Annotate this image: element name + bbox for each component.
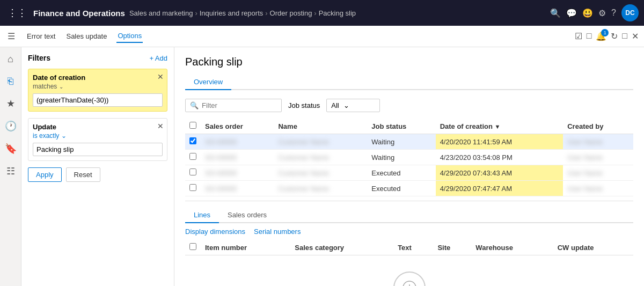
nav-error-text[interactable]: Error text xyxy=(26,30,56,42)
breadcrumb-sep-1: › xyxy=(195,9,197,17)
scroll-divider xyxy=(185,201,633,201)
breadcrumb-item-4[interactable]: Packing slip xyxy=(319,9,356,17)
update-filter-input[interactable] xyxy=(33,143,163,156)
top-nav-icons: 🔍 💬 😃 ⚙ ? DC xyxy=(550,4,639,21)
date-creation-cell: 4/23/2020 03:54:08 PM xyxy=(436,150,564,165)
name-cell: Customer Name xyxy=(278,153,329,162)
job-status-cell: Waiting xyxy=(367,134,435,150)
row-checkbox[interactable] xyxy=(189,168,196,175)
close-update-filter-button[interactable]: ✕ xyxy=(157,122,164,130)
display-dimensions-link[interactable]: Display dimensions xyxy=(185,228,245,236)
col-check xyxy=(185,119,201,134)
table-header: Sales order Name Job status Date of crea… xyxy=(185,119,633,134)
filter-actions: Apply Reset xyxy=(28,167,167,182)
chat-icon[interactable]: 💬 xyxy=(566,8,577,18)
breadcrumb-item-2[interactable]: Inquiries and reports xyxy=(200,9,264,17)
created-by-cell: User Name xyxy=(567,153,603,162)
grid-icon[interactable]: ⋮⋮ xyxy=(5,5,29,21)
serial-numbers-link[interactable]: Serial numbers xyxy=(254,228,301,236)
filters-title: Filters xyxy=(28,54,50,62)
sales-order-cell: SO-00000 xyxy=(205,153,237,162)
apply-button[interactable]: Apply xyxy=(28,167,62,182)
main-tabs: Overview xyxy=(185,75,633,90)
filter-icon[interactable]: ⎗ xyxy=(5,74,16,89)
table-row[interactable]: SO-00000Customer NameWaiting4/20/2020 11… xyxy=(185,134,633,150)
select-all-checkbox[interactable] xyxy=(189,122,196,129)
table-row[interactable]: SO-00000Customer NameExecuted4/29/2020 0… xyxy=(185,181,633,196)
smiley-icon[interactable]: 😃 xyxy=(582,8,593,18)
bottom-select-all[interactable] xyxy=(189,243,196,250)
table-row[interactable]: SO-00000Customer NameWaiting4/23/2020 03… xyxy=(185,150,633,165)
app-title: Finance and Operations xyxy=(33,9,125,18)
date-creation-cell: 4/20/2020 11:41:59 AM xyxy=(436,134,564,150)
sort-icon[interactable]: ▼ xyxy=(495,123,501,130)
breadcrumb-item-1[interactable]: Sales and marketing xyxy=(129,9,193,17)
help-icon[interactable]: ? xyxy=(611,8,616,18)
job-status-dropdown[interactable]: All ⌄ xyxy=(326,99,380,112)
row-checkbox[interactable] xyxy=(189,184,196,191)
created-by-cell: User Name xyxy=(567,169,603,177)
breadcrumb-item-3[interactable]: Order posting xyxy=(270,9,312,17)
hamburger-icon[interactable]: ☰ xyxy=(5,29,17,43)
second-nav-icons: ☑ □ 🔔 1 ↻ □ ✕ xyxy=(575,31,639,41)
content-area: Packing slip Overview 🔍 Job status All ⌄… xyxy=(174,47,644,286)
row-checkbox[interactable] xyxy=(189,137,196,144)
filters-panel: Filters + Add ✕ Date of creation matches… xyxy=(21,47,174,286)
tab-sales-orders[interactable]: Sales orders xyxy=(219,208,275,222)
bottom-header-row: Item number Sales category Text Site War… xyxy=(185,240,633,255)
col-date-creation: Date of creation ▼ xyxy=(436,119,564,134)
breadcrumb-sep-3: › xyxy=(314,9,316,17)
avatar[interactable]: DC xyxy=(621,4,639,21)
second-nav: ☰ Error text Sales update Options ☑ □ 🔔 … xyxy=(0,26,644,47)
reset-button[interactable]: Reset xyxy=(66,167,100,182)
row-checkbox[interactable] xyxy=(189,153,196,160)
close-icon[interactable]: ✕ xyxy=(632,31,639,41)
breadcrumb-sep-2: › xyxy=(265,9,267,17)
created-by-cell: User Name xyxy=(567,138,603,146)
close-date-filter-button[interactable]: ✕ xyxy=(157,72,164,81)
bottom-table-header: Item number Sales category Text Site War… xyxy=(185,240,633,255)
recent-icon[interactable]: 🕐 xyxy=(3,118,19,134)
update-filter-sub[interactable]: is exactly ⌄ xyxy=(33,132,163,140)
bottom-col-cw-update: CW update xyxy=(553,240,633,255)
date-filter-label: Date of creation xyxy=(33,74,163,82)
bottom-col-sales-category: Sales category xyxy=(290,240,393,255)
empty-state-icon xyxy=(393,272,426,286)
date-filter-input[interactable] xyxy=(33,93,163,107)
sales-order-cell: SO-00000 xyxy=(205,169,237,177)
data-table: Sales order Name Job status Date of crea… xyxy=(185,119,633,196)
col-job-status: Job status xyxy=(367,119,435,134)
refresh-icon[interactable]: ↻ xyxy=(611,31,618,41)
tab-overview[interactable]: Overview xyxy=(185,75,231,90)
bottom-col-item-number: Item number xyxy=(201,240,290,255)
workspaces-icon[interactable]: ☷ xyxy=(4,163,17,179)
nav-options[interactable]: Options xyxy=(116,30,143,43)
search-icon-small: 🔍 xyxy=(190,101,199,109)
home-icon[interactable]: ⌂ xyxy=(5,52,16,67)
personalize-icon[interactable]: ☑ xyxy=(575,31,582,41)
nav-sales-update[interactable]: Sales update xyxy=(65,30,108,42)
add-filter-button[interactable]: + Add xyxy=(149,54,167,62)
saved-views-icon[interactable]: 🔖 xyxy=(3,141,19,157)
bottom-tabs: Lines Sales orders xyxy=(185,208,633,223)
filter-search-input[interactable] xyxy=(202,101,277,109)
table-row[interactable]: SO-00000Customer NameExecuted4/29/2020 0… xyxy=(185,165,633,181)
job-status-cell: Executed xyxy=(367,165,435,181)
name-cell: Customer Name xyxy=(278,138,329,146)
favorites-icon[interactable]: ★ xyxy=(4,96,17,112)
job-status-cell: Executed xyxy=(367,181,435,196)
date-filter-sub[interactable]: matches ⌄ xyxy=(33,83,163,90)
search-icon[interactable]: 🔍 xyxy=(550,8,561,18)
name-cell: Customer Name xyxy=(278,169,329,177)
bottom-col-check xyxy=(185,240,201,255)
settings-icon[interactable]: ⚙ xyxy=(598,8,606,18)
bottom-col-warehouse: Warehouse xyxy=(471,240,553,255)
update-filter-label: Update xyxy=(33,123,163,131)
open-new-icon[interactable]: □ xyxy=(587,31,592,41)
date-creation-cell: 4/29/2020 07:47:47 AM xyxy=(436,181,564,196)
tab-lines[interactable]: Lines xyxy=(185,208,219,223)
notification-icon[interactable]: 🔔 1 xyxy=(596,31,606,41)
detach-icon[interactable]: □ xyxy=(622,31,627,41)
filter-search-box[interactable]: 🔍 xyxy=(185,99,282,112)
date-creation-cell: 4/29/2020 07:43:43 AM xyxy=(436,165,564,181)
